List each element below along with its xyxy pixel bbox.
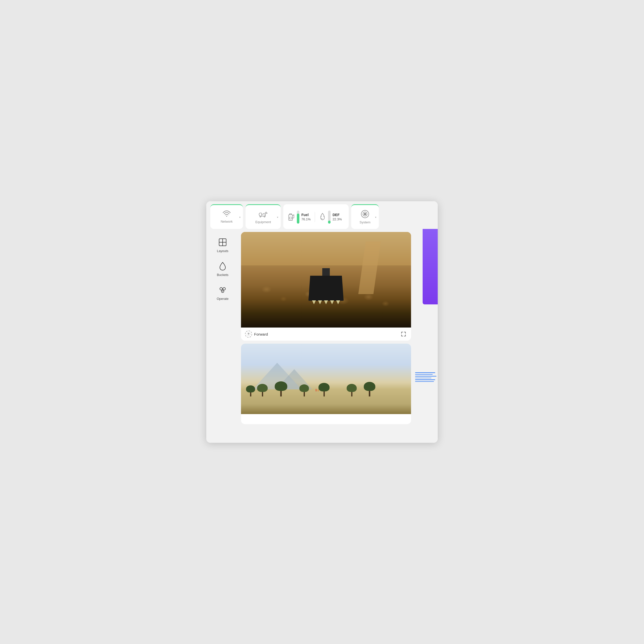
system-chevron-icon: ▾ — [375, 216, 376, 218]
blue-line-3 — [415, 376, 436, 377]
svg-point-14 — [220, 288, 222, 290]
video-card-2 — [241, 344, 411, 424]
fuel-def-card: Fuel 76.1% DEF — [283, 204, 349, 229]
fuel-value: 76.1% — [301, 217, 311, 221]
bucket-teeth — [312, 300, 340, 304]
def-info: DEF 22.3% — [333, 213, 342, 221]
equipment-card[interactable]: Equipment ▾ — [246, 204, 281, 229]
equipment-card-inner: Equipment — [255, 210, 271, 224]
figure-1 — [316, 389, 316, 391]
tree-canopy-2 — [257, 384, 268, 392]
sidebar-item-layouts[interactable]: Layouts — [217, 237, 228, 253]
tree-trunk-4 — [304, 392, 305, 396]
def-icon — [319, 213, 326, 221]
def-section: DEF 22.3% — [319, 211, 342, 224]
tree-canopy-3 — [275, 381, 287, 391]
tree-4 — [299, 384, 309, 396]
tree-canopy-4 — [299, 384, 309, 392]
tree-trunk-7 — [369, 391, 370, 396]
blue-line-6 — [415, 381, 434, 382]
app-window: Network ▾ Equipment ▾ — [206, 201, 438, 443]
wifi-icon — [222, 211, 231, 219]
fuel-info: Fuel 76.1% — [301, 213, 311, 221]
fullscreen-button[interactable] — [400, 331, 407, 338]
tree-1 — [246, 385, 255, 396]
system-card[interactable]: System ▾ — [351, 204, 379, 229]
tree-5 — [318, 383, 330, 396]
equipment-chevron-icon: ▾ — [277, 216, 278, 218]
tree-3 — [275, 381, 287, 396]
tree-trunk-3 — [280, 391, 282, 396]
tree-trunk-1 — [250, 392, 251, 396]
blue-line-4 — [415, 378, 431, 378]
network-label: Network — [221, 220, 233, 223]
tooth-1 — [312, 300, 316, 304]
svg-point-10 — [364, 213, 366, 215]
tooth-5 — [336, 300, 340, 304]
excavator-image — [241, 232, 411, 328]
layouts-icon — [217, 237, 228, 248]
main-content: Layouts Buckets — [206, 229, 438, 443]
operate-label: Operate — [217, 297, 229, 301]
video-card-1: Forward — [241, 232, 411, 341]
tree-canopy-6 — [347, 384, 357, 392]
tree-canopy-5 — [318, 383, 330, 391]
buckets-label: Buckets — [217, 273, 228, 277]
svg-point-1 — [260, 216, 261, 217]
forward-indicator: Forward — [245, 331, 268, 338]
equipment-label: Equipment — [255, 220, 271, 224]
svg-point-2 — [264, 216, 265, 217]
fuel-gauge-fill — [297, 214, 299, 224]
figure-2 — [318, 389, 318, 391]
sidebar-item-buckets[interactable]: Buckets — [217, 261, 228, 277]
content-area[interactable]: Forward — [239, 229, 415, 443]
scene-bg-top — [241, 232, 411, 265]
equipment-icon — [259, 210, 268, 219]
tree-canopy-1 — [246, 385, 255, 392]
fuel-label: Fuel — [301, 213, 311, 217]
system-icon — [361, 210, 369, 219]
tree-2 — [257, 384, 268, 396]
excavator-bucket — [306, 268, 346, 301]
svg-rect-4 — [289, 217, 292, 219]
trees-row — [241, 381, 411, 396]
operate-icon — [217, 285, 228, 295]
def-value: 22.3% — [333, 217, 342, 221]
bucket-body — [308, 276, 344, 301]
svg-point-0 — [226, 216, 227, 217]
right-panel — [415, 229, 438, 443]
blue-line-1 — [415, 372, 435, 373]
fuel-gauge-bar — [297, 211, 299, 224]
tooth-3 — [324, 300, 328, 304]
video-card-1-footer: Forward — [241, 328, 411, 341]
def-label: DEF — [333, 213, 342, 217]
sidebar: Layouts Buckets — [206, 229, 239, 443]
sidebar-item-operate[interactable]: Operate — [217, 285, 229, 301]
network-chevron-icon: ▾ — [239, 216, 240, 218]
landscape-image — [241, 344, 411, 414]
tooth-4 — [330, 300, 334, 304]
upload-icon — [245, 331, 252, 338]
system-card-inner: System — [359, 210, 370, 224]
tree-trunk-5 — [324, 391, 325, 396]
fuel-pump-icon — [288, 212, 295, 222]
network-card[interactable]: Network ▾ — [210, 204, 243, 229]
distant-figures — [316, 389, 318, 391]
tree-7 — [364, 382, 375, 396]
tree-trunk-6 — [351, 392, 352, 396]
fuel-def-divider — [315, 212, 315, 222]
buckets-icon — [217, 261, 228, 271]
tree-6 — [347, 384, 357, 396]
def-gauge-fill — [328, 221, 331, 223]
blue-line-5 — [415, 379, 435, 380]
network-card-inner: Network — [221, 211, 233, 223]
tree-trunk-2 — [262, 392, 263, 396]
tooth-2 — [318, 300, 322, 304]
purple-sidebar-bar — [423, 229, 438, 304]
blue-lines-panel — [415, 372, 438, 443]
def-gauge-bar — [328, 211, 331, 224]
camera-forward-label: Forward — [254, 332, 268, 336]
blue-line-2 — [415, 374, 433, 375]
fuel-section: Fuel 76.1% — [288, 211, 311, 224]
layouts-label: Layouts — [217, 249, 228, 253]
